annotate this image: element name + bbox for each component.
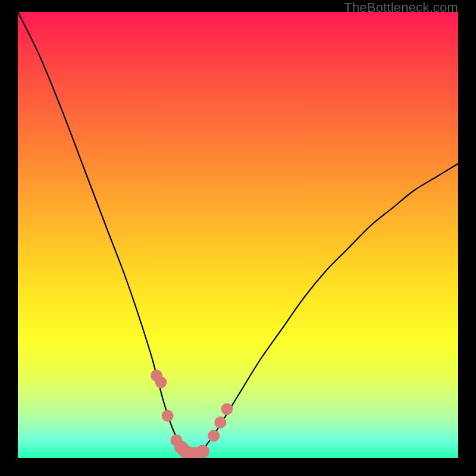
marker-dot (214, 416, 226, 428)
marker-dot (196, 445, 209, 458)
chart-frame: TheBottleneck.com (0, 0, 476, 476)
plot-area (18, 12, 458, 458)
watermark-text: TheBottleneck.com (344, 0, 458, 15)
bottleneck-curve (18, 12, 458, 455)
marker-dot (208, 430, 220, 442)
marker-group (151, 369, 233, 458)
marker-dot (162, 410, 174, 422)
chart-svg (18, 12, 458, 458)
marker-dot (221, 403, 233, 415)
marker-dot (155, 377, 167, 389)
